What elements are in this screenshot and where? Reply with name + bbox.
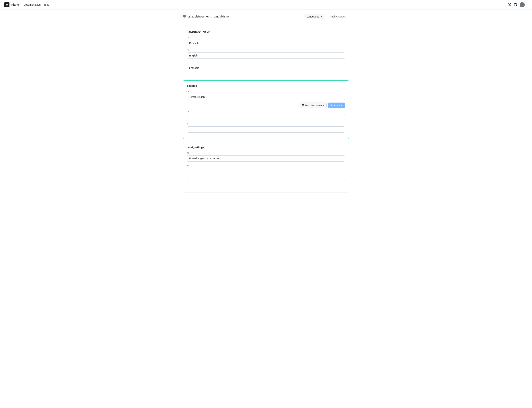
action-buttons-settings: Machine translate Commit (187, 102, 345, 108)
repo-owner: samuelstroschein (187, 15, 210, 18)
lang-group-LANGUAGE_NAME-en: en (187, 49, 345, 59)
input-reset_settings-en[interactable] (187, 168, 345, 174)
translation-section-reset_settings: reset_settingsdeenfr (183, 142, 349, 193)
translation-section-LANGUAGE_NAME: LANGUAGE_NAMEdeenfr (183, 27, 349, 77)
input-LANGUAGE_NAME-fr[interactable] (187, 65, 345, 71)
repo-separator: / (212, 15, 212, 18)
input-settings-de[interactable] (187, 94, 345, 100)
avatar (520, 2, 525, 7)
lang-label-reset_settings-de: de (187, 152, 345, 154)
section-title-settings: settings (187, 84, 345, 87)
machine-translate-button[interactable]: Machine translate (299, 102, 327, 108)
input-settings-en[interactable] (187, 114, 345, 120)
navbar: in inlang Documentation Blog (0, 0, 532, 9)
lang-label-settings-en: en (187, 110, 345, 113)
brand-link[interactable]: in inlang (4, 2, 19, 7)
lang-group-reset_settings-en: en (187, 164, 345, 174)
languages-label: Languages (307, 15, 319, 18)
input-reset_settings-fr[interactable] (187, 180, 345, 186)
input-settings-fr[interactable] (187, 126, 345, 133)
commit-button[interactable]: Commit (328, 102, 345, 108)
lang-label-LANGUAGE_NAME-en: en (187, 49, 345, 51)
lang-label-LANGUAGE_NAME-de: de (187, 36, 345, 39)
push-changes-button[interactable]: Push changes (327, 14, 349, 19)
section-title-LANGUAGE_NAME: LANGUAGE_NAME (187, 31, 345, 34)
translation-section-settings: settingsde Machine translate Commit enfr (183, 80, 349, 139)
lang-label-LANGUAGE_NAME-fr: fr (187, 61, 345, 64)
nav-blog[interactable]: Blog (44, 3, 49, 6)
commit-label: Commit (334, 104, 343, 107)
navbar-icons (507, 2, 528, 7)
svg-point-0 (521, 3, 523, 5)
repo-name: gmpublisher (214, 15, 229, 18)
lang-label-settings-fr: fr (187, 123, 345, 125)
lang-group-settings-fr: fr (187, 123, 345, 133)
lang-label-reset_settings-fr: fr (187, 177, 345, 179)
navbar-nav: Documentation Blog (24, 3, 507, 6)
input-reset_settings-de[interactable] (187, 155, 345, 162)
nav-documentation[interactable]: Documentation (24, 3, 41, 6)
repo-icon (183, 15, 186, 18)
lang-label-reset_settings-en: en (187, 164, 345, 167)
repo-actions: Languages Push changes (304, 14, 349, 19)
input-LANGUAGE_NAME-en[interactable] (187, 52, 345, 59)
github-icon[interactable] (513, 3, 517, 7)
lang-group-LANGUAGE_NAME-de: de (187, 36, 345, 46)
commit-icon (331, 104, 333, 107)
sections-container: LANGUAGE_NAMEdeenfrsettingsde Machine tr… (183, 27, 349, 193)
section-title-reset_settings: reset_settings (187, 146, 345, 149)
brand-name: inlang (11, 3, 19, 6)
lang-label-settings-de: de (187, 90, 345, 93)
main-content: samuelstroschein / gmpublisher Languages… (179, 9, 353, 200)
lang-group-reset_settings-de: de (187, 152, 345, 162)
repo-header: samuelstroschein / gmpublisher Languages… (183, 14, 349, 22)
avatar-chevron-icon (525, 3, 528, 6)
twitter-icon[interactable] (507, 3, 511, 7)
lang-group-settings-en: en (187, 110, 345, 120)
user-avatar-container[interactable] (520, 2, 528, 7)
languages-button[interactable]: Languages (304, 14, 325, 19)
lang-group-reset_settings-fr: fr (187, 177, 345, 186)
repo-title: samuelstroschein / gmpublisher (183, 15, 229, 18)
machine-translate-label: Machine translate (305, 104, 324, 107)
lang-group-LANGUAGE_NAME-fr: fr (187, 61, 345, 71)
input-LANGUAGE_NAME-de[interactable] (187, 40, 345, 46)
brand-logo: in (4, 2, 9, 7)
svg-point-1 (521, 5, 524, 7)
machine-translate-icon (302, 104, 304, 107)
lang-group-settings-de: de (187, 90, 345, 100)
languages-chevron-icon (320, 15, 322, 18)
